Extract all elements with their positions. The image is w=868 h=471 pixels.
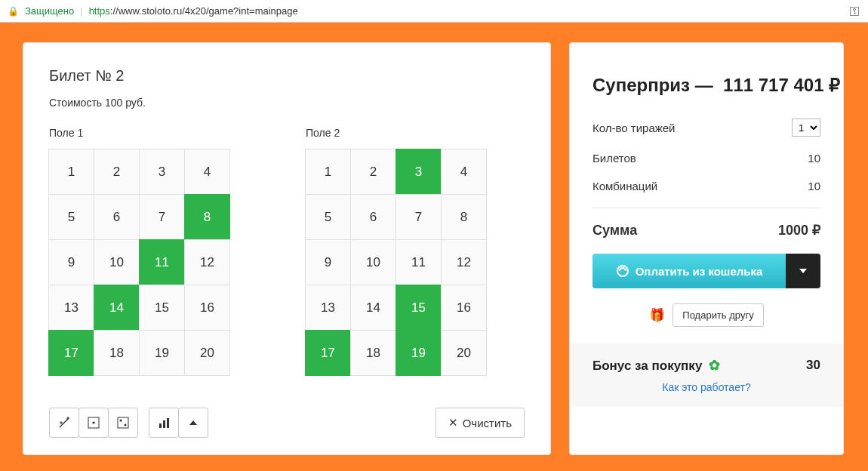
number-cell[interactable]: 16 <box>184 285 230 331</box>
number-cell[interactable]: 1 <box>305 149 351 195</box>
field-1-label: Поле 1 <box>49 127 230 139</box>
bonus-value: 30 <box>806 358 820 373</box>
number-cell[interactable]: 14 <box>350 285 396 331</box>
ticket-card: Билет № 2 Стоимость 100 руб. Поле 1 1234… <box>23 42 551 455</box>
number-cell[interactable]: 5 <box>305 194 351 240</box>
number-cell[interactable]: 15 <box>139 285 185 331</box>
number-cell[interactable]: 1 <box>48 149 94 195</box>
wallet-icon <box>616 264 629 278</box>
number-cell[interactable]: 4 <box>441 149 487 195</box>
number-cell[interactable]: 11 <box>139 239 185 285</box>
number-cell[interactable]: 18 <box>94 330 140 376</box>
ticket-toolbar: ✕ Очистить <box>49 408 525 438</box>
svg-rect-7 <box>118 417 128 428</box>
draws-label: Кол-во тиражей <box>593 122 676 134</box>
pay-dropdown-arrow[interactable] <box>786 254 820 288</box>
number-cell[interactable]: 15 <box>396 285 442 331</box>
collapse-button[interactable] <box>178 408 208 438</box>
svg-point-8 <box>120 420 122 422</box>
number-cell[interactable]: 5 <box>48 194 94 240</box>
number-cell[interactable]: 12 <box>184 239 230 285</box>
tickets-value: 10 <box>808 152 820 165</box>
ticket-title: Билет № 2 <box>49 67 525 85</box>
key-icon[interactable]: ⚿ <box>849 5 860 17</box>
number-cell[interactable]: 19 <box>139 330 185 376</box>
svg-marker-13 <box>189 420 197 425</box>
combos-label: Комбинаций <box>593 180 657 192</box>
gift-icon: 🎁 <box>649 307 665 323</box>
combos-row: Комбинаций 10 <box>593 180 820 192</box>
number-cell[interactable]: 7 <box>139 194 185 240</box>
svg-rect-12 <box>167 418 169 428</box>
field-2: Поле 2 1234567891011121314151617181920 <box>306 127 487 376</box>
sum-value: 1000 ₽ <box>778 222 820 239</box>
number-cell[interactable]: 2 <box>350 149 396 195</box>
number-cell[interactable]: 18 <box>350 330 396 376</box>
number-cell[interactable]: 2 <box>94 149 140 195</box>
svg-marker-15 <box>799 269 807 273</box>
number-cell[interactable]: 10 <box>350 239 396 285</box>
tickets-row: Билетов 10 <box>593 152 820 165</box>
clover-icon: ✿ <box>709 358 720 373</box>
number-cell[interactable]: 6 <box>350 194 396 240</box>
separator: | <box>80 5 82 17</box>
svg-rect-10 <box>159 423 162 428</box>
summary-card: Суперприз — 111 717 401 ₽ Кол-во тиражей… <box>569 42 844 455</box>
clear-button[interactable]: ✕ Очистить <box>436 408 525 438</box>
number-cell[interactable]: 3 <box>396 149 442 195</box>
page: Билет № 2 Стоимость 100 руб. Поле 1 1234… <box>0 23 868 471</box>
number-cell[interactable]: 17 <box>48 330 94 376</box>
svg-rect-11 <box>163 420 165 428</box>
address-bar: 🔒 Защищено | https://www.stoloto.ru/4x20… <box>0 0 868 23</box>
jackpot: Суперприз — 111 717 401 ₽ <box>593 75 820 96</box>
number-cell[interactable]: 3 <box>139 149 185 195</box>
number-cell[interactable]: 8 <box>441 194 487 240</box>
number-cell[interactable]: 13 <box>48 285 94 331</box>
combos-value: 10 <box>808 180 820 192</box>
how-it-works-link[interactable]: Как это работает? <box>662 381 750 393</box>
field-1: Поле 1 1234567891011121314151617181920 <box>49 127 230 376</box>
number-cell[interactable]: 4 <box>184 149 230 195</box>
number-cell[interactable]: 8 <box>184 194 230 240</box>
number-cell[interactable]: 19 <box>396 330 442 376</box>
secure-label: Защищено <box>25 5 74 17</box>
bonus-label: Бонус за покупку ✿ <box>593 357 720 374</box>
clear-label: Очистить <box>463 417 512 429</box>
number-cell[interactable]: 13 <box>305 285 351 331</box>
die-two-button[interactable] <box>108 408 138 438</box>
number-cell[interactable]: 11 <box>396 239 442 285</box>
close-icon: ✕ <box>448 416 458 429</box>
number-cell[interactable]: 7 <box>396 194 442 240</box>
number-cell[interactable]: 10 <box>94 239 140 285</box>
number-cell[interactable]: 17 <box>305 330 351 376</box>
sum-row: Сумма 1000 ₽ <box>593 222 820 239</box>
url-text[interactable]: https://www.stoloto.ru/4x20/game?int=mai… <box>89 5 298 17</box>
magic-wand-button[interactable] <box>49 408 79 438</box>
gift-button[interactable]: Подарить другу <box>673 303 763 327</box>
lock-icon: 🔒 <box>8 6 19 17</box>
divider <box>593 208 820 208</box>
number-cell[interactable]: 6 <box>94 194 140 240</box>
tickets-label: Билетов <box>593 152 636 165</box>
field-2-label: Поле 2 <box>306 127 487 139</box>
number-cell[interactable]: 9 <box>48 239 94 285</box>
number-cell[interactable]: 12 <box>441 239 487 285</box>
draws-select[interactable]: 1 <box>792 119 820 137</box>
die-one-button[interactable] <box>78 408 109 438</box>
draws-row: Кол-во тиражей 1 <box>593 119 820 137</box>
bonus-block: Бонус за покупку ✿ 30 Как это работает? <box>570 343 843 407</box>
ticket-cost: Стоимость 100 руб. <box>49 97 525 109</box>
pay-button[interactable]: Оплатить из кошелька <box>593 254 820 288</box>
pay-label: Оплатить из кошелька <box>636 265 763 278</box>
svg-point-9 <box>125 424 127 426</box>
stats-button[interactable] <box>149 408 179 438</box>
number-cell[interactable]: 9 <box>305 239 351 285</box>
number-cell[interactable]: 16 <box>441 285 487 331</box>
number-cell[interactable]: 20 <box>441 330 487 376</box>
number-cell[interactable]: 20 <box>184 330 230 376</box>
svg-point-6 <box>92 421 94 423</box>
sum-label: Сумма <box>593 223 637 239</box>
number-cell[interactable]: 14 <box>94 285 140 331</box>
